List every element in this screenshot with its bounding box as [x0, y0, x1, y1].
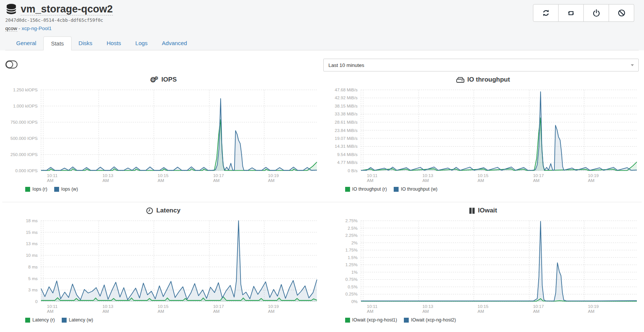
page-header: vm_storage-qcow2 2047d0dc-156c-0514-4cbb… — [0, 0, 644, 50]
legend-item: Latency (w) — [62, 317, 93, 323]
svg-text:10:15: 10:15 — [158, 173, 169, 178]
svg-text:250.000 IOPS: 250.000 IOPS — [11, 152, 38, 157]
tab-logs[interactable]: Logs — [128, 36, 155, 50]
svg-text:AM: AM — [477, 178, 484, 183]
pause-icon — [469, 208, 475, 214]
time-range-select[interactable]: Last 10 minutes — [323, 59, 639, 71]
legend-item: IO throughput (w) — [394, 186, 437, 192]
svg-text:AM: AM — [268, 309, 274, 314]
iowait-legend: IOwait (xcp-ng-host1)IOwait (xcp-ng-host… — [345, 317, 642, 323]
io-throughput-chart-title: IO throughput — [324, 75, 642, 84]
sr-action-toolbar — [533, 4, 634, 22]
legend-swatch-icon — [345, 318, 350, 323]
iowait-chart: 2.75%2.5%2.25%2%1.75%1.5%1.25%1%0.75%0.5… — [324, 215, 642, 315]
legend-label: Latency (w) — [69, 317, 93, 323]
svg-text:10:11: 10:11 — [367, 173, 377, 178]
svg-text:AM: AM — [213, 178, 219, 183]
iops-chart-title: ⚙⚙ IOPS — [5, 75, 322, 84]
svg-text:10:17: 10:17 — [213, 173, 224, 178]
svg-text:AM: AM — [213, 309, 219, 314]
svg-text:10:19: 10:19 — [588, 173, 598, 178]
svg-text:0.000 IOPS: 0.000 IOPS — [15, 168, 38, 173]
iops-chart: 1.250 kIOPS1.000 kIOPS750.000 IOPS500.00… — [5, 84, 323, 184]
legend-item: IO throughput (r) — [345, 186, 387, 192]
refresh-button[interactable] — [533, 4, 559, 22]
svg-text:AM: AM — [268, 178, 274, 183]
svg-text:10:11: 10:11 — [47, 304, 58, 309]
svg-text:AM: AM — [422, 309, 429, 314]
svg-text:0%: 0% — [351, 299, 358, 304]
legend-label: IOwait (xcp-ng-host1) — [352, 317, 397, 323]
power-button[interactable] — [584, 4, 609, 22]
svg-text:18 ms: 18 ms — [26, 218, 38, 223]
svg-text:13 ms: 13 ms — [26, 241, 38, 246]
tab-stats[interactable]: Stats — [43, 36, 71, 50]
svg-text:1.250 kIOPS: 1.250 kIOPS — [13, 88, 38, 92]
svg-text:AM: AM — [477, 309, 484, 314]
iowait-chart-title: IOwait — [324, 206, 642, 215]
clock-icon — [146, 207, 153, 214]
svg-text:1%: 1% — [351, 270, 358, 274]
svg-text:2.75%: 2.75% — [345, 218, 358, 223]
svg-text:8 ms: 8 ms — [28, 265, 38, 269]
svg-text:10:11: 10:11 — [47, 173, 58, 178]
reconnect-button[interactable] — [559, 4, 584, 22]
toggle-off-icon — [5, 64, 18, 70]
svg-text:AM: AM — [102, 178, 109, 183]
svg-text:4.77 MiB/s: 4.77 MiB/s — [337, 160, 358, 165]
io-throughput-legend: IO throughput (r)IO throughput (w) — [345, 186, 642, 192]
svg-text:0.25%: 0.25% — [345, 292, 358, 296]
tab-disks[interactable]: Disks — [72, 36, 100, 50]
svg-text:3 ms: 3 ms — [28, 288, 38, 292]
svg-text:1.5%: 1.5% — [347, 255, 357, 260]
breadcrumb: qcow - xcp-ng-Pool1 — [5, 26, 113, 31]
svg-text:10:19: 10:19 — [268, 173, 279, 178]
legend-swatch-icon — [404, 318, 409, 323]
svg-text:9.54 MiB/s: 9.54 MiB/s — [337, 152, 358, 157]
svg-text:10:17: 10:17 — [213, 304, 224, 309]
legend-swatch-icon — [345, 187, 350, 192]
latency-chart: 18 ms15 ms13 ms10 ms8 ms5 ms3 ms010:11AM… — [5, 215, 323, 315]
legend-item: IOwait (xcp-ng-host2) — [404, 317, 456, 323]
tab-general[interactable]: General — [9, 36, 43, 50]
stats-content: Last 10 minutes ⚙⚙ IOPS 1.250 kIOPS1.000… — [0, 50, 644, 323]
cogs-icon: ⚙⚙ — [150, 76, 158, 83]
legend-label: IO throughput (w) — [401, 186, 437, 192]
legend-item: Latency (r) — [25, 317, 55, 323]
pool-link[interactable]: xcp-ng-Pool1 — [22, 26, 52, 31]
svg-text:10:15: 10:15 — [477, 304, 488, 309]
forget-button[interactable] — [609, 4, 634, 22]
svg-text:1.000 kIOPS: 1.000 kIOPS — [13, 104, 38, 108]
svg-text:10:17: 10:17 — [533, 173, 544, 178]
sr-type-label[interactable]: qcow — [5, 26, 17, 32]
svg-text:10:17: 10:17 — [533, 304, 544, 309]
legend-label: IOwait (xcp-ng-host2) — [411, 317, 456, 323]
legend-swatch-icon — [25, 318, 30, 323]
svg-text:AM: AM — [588, 178, 594, 183]
svg-text:10:13: 10:13 — [422, 304, 433, 309]
svg-text:0 B/s: 0 B/s — [347, 168, 357, 173]
tab-advanced[interactable]: Advanced — [155, 36, 194, 50]
granularity-toggle[interactable] — [5, 60, 18, 69]
svg-text:2.5%: 2.5% — [347, 226, 357, 230]
svg-text:0: 0 — [35, 299, 38, 304]
svg-text:AM: AM — [102, 309, 109, 314]
svg-text:0.75%: 0.75% — [345, 277, 358, 282]
time-range-value: Last 10 minutes — [328, 62, 364, 68]
svg-text:1.25%: 1.25% — [345, 262, 358, 267]
svg-text:33.38 MiB/s: 33.38 MiB/s — [335, 112, 358, 116]
iops-legend: Iops (r)Iops (w) — [25, 186, 322, 192]
svg-text:AM: AM — [158, 178, 164, 183]
svg-text:5 ms: 5 ms — [28, 276, 38, 281]
legend-label: Iops (r) — [32, 186, 47, 192]
tab-bar: General Stats Disks Hosts Logs Advanced — [5, 36, 639, 50]
tab-hosts[interactable]: Hosts — [99, 36, 128, 50]
legend-swatch-icon — [54, 187, 59, 192]
page-title[interactable]: vm_storage-qcow2 — [21, 3, 113, 15]
power-icon — [592, 9, 600, 17]
legend-swatch-icon — [394, 187, 399, 192]
ban-icon — [618, 9, 626, 17]
svg-text:10:19: 10:19 — [588, 304, 598, 309]
retweet-icon — [567, 9, 575, 17]
svg-text:10:19: 10:19 — [268, 304, 279, 309]
